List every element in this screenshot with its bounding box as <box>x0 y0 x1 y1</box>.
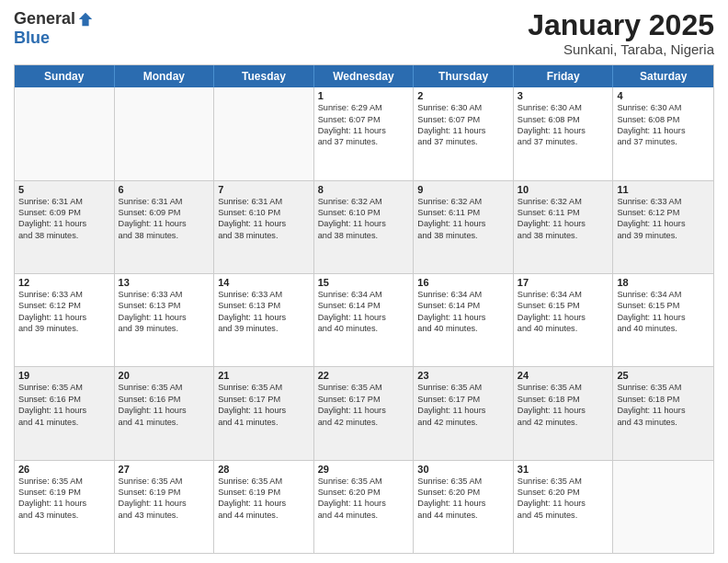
cell-info-line: Daylight: 11 hours <box>119 218 210 229</box>
cell-info-line: Sunrise: 6:35 AM <box>318 382 410 393</box>
calendar-cell: 17Sunrise: 6:34 AMSunset: 6:15 PMDayligh… <box>514 274 614 366</box>
cell-info-line: Sunset: 6:18 PM <box>518 394 609 405</box>
cell-info-line: Daylight: 11 hours <box>518 312 609 323</box>
cell-info-line: and 38 minutes. <box>218 230 310 241</box>
cell-info-line: and 44 minutes. <box>218 510 310 521</box>
cell-info-line: Sunrise: 6:35 AM <box>119 476 210 487</box>
day-number: 17 <box>518 277 609 288</box>
day-number: 27 <box>119 464 210 475</box>
cell-info-line: Sunrise: 6:35 AM <box>218 476 310 487</box>
logo: General Blue <box>14 9 94 48</box>
cell-info-line: and 40 minutes. <box>518 323 609 334</box>
cell-info-line: Sunrise: 6:34 AM <box>417 289 509 300</box>
cell-info-line: Sunrise: 6:35 AM <box>417 382 509 393</box>
calendar-cell: 3Sunrise: 6:30 AMSunset: 6:08 PMDaylight… <box>514 87 614 179</box>
cell-info-line: Sunrise: 6:33 AM <box>617 196 710 207</box>
cell-info-line: Sunrise: 6:32 AM <box>518 196 609 207</box>
cell-info-line: and 39 minutes. <box>18 323 110 334</box>
cell-info-line: Daylight: 11 hours <box>417 498 509 509</box>
cell-info-line: Sunset: 6:15 PM <box>617 300 710 311</box>
cell-info-line: and 42 minutes. <box>417 417 509 428</box>
day-number: 16 <box>417 277 509 288</box>
cell-info-line: and 43 minutes. <box>119 510 210 521</box>
cell-info-line: and 37 minutes. <box>518 136 609 147</box>
calendar-header-cell: Thursday <box>414 65 514 87</box>
cell-info-line: and 41 minutes. <box>119 417 210 428</box>
cell-info-line: and 41 minutes. <box>18 417 110 428</box>
cell-info-line: Daylight: 11 hours <box>318 405 410 416</box>
cell-info-line: Sunset: 6:13 PM <box>218 300 310 311</box>
day-number: 1 <box>318 90 410 101</box>
cell-info-line: Sunset: 6:14 PM <box>318 300 410 311</box>
cell-info-line: Sunset: 6:13 PM <box>119 300 210 311</box>
logo-icon <box>77 11 94 28</box>
cell-info-line: Sunrise: 6:35 AM <box>18 476 110 487</box>
logo-blue-text: Blue <box>14 29 50 48</box>
day-number: 22 <box>318 370 410 381</box>
calendar-cell: 27Sunrise: 6:35 AMSunset: 6:19 PMDayligh… <box>115 461 215 553</box>
cell-info-line: Sunrise: 6:35 AM <box>518 476 609 487</box>
calendar-cell: 25Sunrise: 6:35 AMSunset: 6:18 PMDayligh… <box>613 367 713 459</box>
calendar: SundayMondayTuesdayWednesdayThursdayFrid… <box>14 64 714 554</box>
page: General Blue January 2025 Sunkani, Tarab… <box>0 0 728 563</box>
day-number: 25 <box>617 370 710 381</box>
calendar-cell: 4Sunrise: 6:30 AMSunset: 6:08 PMDaylight… <box>613 87 713 179</box>
calendar-cell: 26Sunrise: 6:35 AMSunset: 6:19 PMDayligh… <box>15 461 115 553</box>
cell-info-line: Sunset: 6:09 PM <box>18 207 110 218</box>
cell-info-line: Sunrise: 6:30 AM <box>417 102 509 113</box>
cell-info-line: Sunrise: 6:30 AM <box>617 102 710 113</box>
cell-info-line: and 42 minutes. <box>518 417 609 428</box>
cell-info-line: Sunset: 6:09 PM <box>119 207 210 218</box>
cell-info-line: Sunrise: 6:33 AM <box>18 289 110 300</box>
cell-info-line: Daylight: 11 hours <box>518 218 609 229</box>
cell-info-line: Daylight: 11 hours <box>518 498 609 509</box>
day-number: 13 <box>119 277 210 288</box>
day-number: 31 <box>518 464 609 475</box>
cell-info-line: Daylight: 11 hours <box>318 312 410 323</box>
calendar-cell: 9Sunrise: 6:32 AMSunset: 6:11 PMDaylight… <box>414 181 514 273</box>
cell-info-line: Sunrise: 6:34 AM <box>617 289 710 300</box>
cell-info-line: Sunset: 6:07 PM <box>318 114 410 125</box>
day-number: 8 <box>318 184 410 195</box>
cell-info-line: Sunset: 6:16 PM <box>18 394 110 405</box>
month-title: January 2025 <box>528 9 714 41</box>
cell-info-line: Daylight: 11 hours <box>417 312 509 323</box>
cell-info-line: Sunrise: 6:33 AM <box>218 289 310 300</box>
day-number: 20 <box>119 370 210 381</box>
cell-info-line: and 38 minutes. <box>119 230 210 241</box>
cell-info-line: Sunset: 6:17 PM <box>417 394 509 405</box>
cell-info-line: Daylight: 11 hours <box>518 125 609 136</box>
cell-info-line: and 38 minutes. <box>518 230 609 241</box>
calendar-cell: 15Sunrise: 6:34 AMSunset: 6:14 PMDayligh… <box>314 274 415 366</box>
cell-info-line: Sunrise: 6:32 AM <box>417 196 509 207</box>
cell-info-line: and 43 minutes. <box>18 510 110 521</box>
cell-info-line: and 37 minutes. <box>318 136 410 147</box>
cell-info-line: Sunrise: 6:35 AM <box>119 382 210 393</box>
cell-info-line: Sunrise: 6:31 AM <box>218 196 310 207</box>
cell-info-line: Daylight: 11 hours <box>119 312 210 323</box>
calendar-cell: 2Sunrise: 6:30 AMSunset: 6:07 PMDaylight… <box>414 87 514 179</box>
day-number: 29 <box>318 464 410 475</box>
cell-info-line: Sunset: 6:10 PM <box>218 207 310 218</box>
calendar-cell: 23Sunrise: 6:35 AMSunset: 6:17 PMDayligh… <box>414 367 514 459</box>
cell-info-line: and 43 minutes. <box>617 417 710 428</box>
cell-info-line: and 41 minutes. <box>218 417 310 428</box>
cell-info-line: Daylight: 11 hours <box>617 125 710 136</box>
calendar-row: 1Sunrise: 6:29 AMSunset: 6:07 PMDaylight… <box>15 87 713 179</box>
cell-info-line: and 37 minutes. <box>617 136 710 147</box>
cell-info-line: Daylight: 11 hours <box>218 312 310 323</box>
cell-info-line: Sunrise: 6:34 AM <box>518 289 609 300</box>
day-number: 14 <box>218 277 310 288</box>
cell-info-line: Sunrise: 6:35 AM <box>318 476 410 487</box>
cell-info-line: Daylight: 11 hours <box>617 405 710 416</box>
calendar-cell <box>613 461 713 553</box>
cell-info-line: Sunrise: 6:32 AM <box>318 196 410 207</box>
day-number: 21 <box>218 370 310 381</box>
cell-info-line: Sunset: 6:12 PM <box>18 300 110 311</box>
cell-info-line: Sunset: 6:18 PM <box>617 394 710 405</box>
day-number: 6 <box>119 184 210 195</box>
cell-info-line: and 40 minutes. <box>617 323 710 334</box>
title-block: January 2025 Sunkani, Taraba, Nigeria <box>528 9 714 57</box>
cell-info-line: Sunset: 6:12 PM <box>617 207 710 218</box>
cell-info-line: Sunset: 6:07 PM <box>417 114 509 125</box>
